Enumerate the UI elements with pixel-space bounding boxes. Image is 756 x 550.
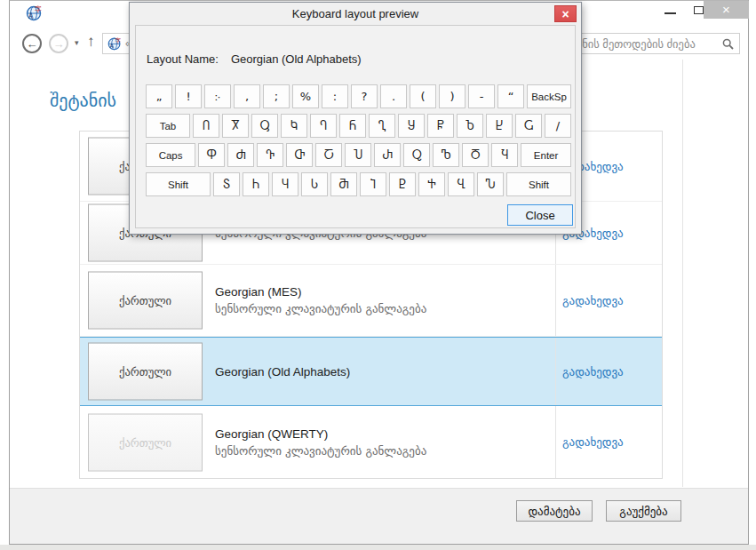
dialog-body: Layout Name:Georgian (Old Alphabets) „!჻… (135, 25, 576, 228)
close-button[interactable]: Close (507, 204, 573, 226)
keyboard-row-3: CapsႴႻႥႧႠႮႰႭႪႣႯEnter (146, 143, 571, 167)
layout-text: Georgian (Old Alphabets) (215, 338, 553, 405)
preview-link[interactable]: გადახედვა (556, 365, 624, 379)
svg-text:A: A (28, 12, 34, 20)
recent-pages-dropdown[interactable]: ▾ (75, 38, 79, 47)
key-Ⴈ: Ⴈ (360, 172, 386, 196)
key-BackSp: BackSp (527, 84, 571, 108)
layout-name-value: Georgian (Old Alphabets) (231, 52, 362, 66)
list-item[interactable]: ქართული Georgian (MES) სენსორული კლავიატ… (80, 265, 662, 337)
cancel-button[interactable]: გაუქმება (606, 500, 681, 522)
maximize-icon (694, 6, 704, 14)
key-Ⴄ: Ⴄ (310, 114, 337, 138)
key-Shift: Shift (506, 172, 571, 196)
keyboard-row-2: TabႶႿႳႩႤႬႢႸႼႦႾႺ/ (146, 114, 571, 138)
layout-subtitle: სენსორული კლავიატურის განლაგება (215, 442, 553, 459)
key-Ⴏ: Ⴏ (491, 143, 518, 167)
dialog-close-button[interactable]: × (554, 5, 577, 22)
preview-link[interactable]: გადახედვა (556, 435, 624, 449)
key-Ⴝ: Ⴝ (213, 172, 240, 196)
key-Shift: Shift (146, 172, 211, 196)
forward-button[interactable]: → (49, 34, 68, 53)
layout-text: Georgian (MES) სენსორული კლავიატურის გან… (215, 265, 553, 336)
key-“: “ (497, 84, 524, 108)
key-;: ; (263, 84, 290, 108)
screen: { "icons": { "minimize": "–", "close_mai… (0, 0, 756, 550)
window-close-button[interactable]: × (704, 1, 749, 19)
keyboard-thumbnail-disabled: ქართული (88, 413, 203, 471)
keyboard-thumbnail: ქართული (88, 272, 203, 330)
key-Ⴛ: Ⴛ (227, 143, 254, 167)
thumbnail-label: ქართული (119, 294, 171, 307)
key-:: : (322, 84, 348, 108)
key-Ⴋ: Ⴋ (330, 172, 357, 196)
keyboard-row-4: ShiftႽႹႷႱႫႨႲႵႡჀShift (146, 172, 571, 196)
key-Ⴆ: Ⴆ (457, 114, 483, 138)
preview-column: გადახედვა (555, 265, 662, 336)
content-divider (682, 60, 683, 487)
key-Ⴐ: Ⴐ (374, 143, 401, 167)
key-Ⴀ: Ⴀ (315, 143, 342, 167)
forward-icon: → (53, 37, 65, 51)
dialog-titlebar[interactable]: Keyboard layout preview (130, 3, 581, 25)
key-Ⴂ: Ⴂ (369, 114, 395, 138)
layout-name-row: Layout Name:Georgian (Old Alphabets) (147, 52, 362, 66)
key-Ⴌ: Ⴌ (339, 114, 366, 138)
key-Ⴊ: Ⴊ (433, 143, 459, 167)
up-button[interactable]: ↑ (87, 33, 95, 51)
keyboard-row-1: „!჻,;%:?.()-“BackSp (146, 84, 571, 108)
key-Ⴜ: Ⴜ (427, 114, 454, 138)
key-Ⴔ: Ⴔ (198, 143, 225, 167)
preview-column: გადახედვა (555, 338, 662, 405)
desktop-edge (0, 545, 756, 550)
close-icon: × (561, 7, 569, 21)
key-Ⴁ: Ⴁ (448, 172, 474, 196)
list-item-selected[interactable]: ქართული Georgian (Old Alphabets) გადახედ… (80, 337, 662, 406)
layout-name: Georgian (QWERTY) (215, 426, 553, 442)
preview-column: გადახედვა (555, 406, 662, 478)
search-input[interactable]: შეტანის მეთოდების ძიება (558, 37, 722, 51)
key-%: % (292, 84, 319, 108)
key-Ⴇ: Ⴇ (286, 143, 313, 167)
key-Ⴟ: Ⴟ (222, 114, 249, 138)
key-Ⴍ: Ⴍ (403, 143, 430, 167)
key-Ⴚ: Ⴚ (515, 114, 542, 138)
dialog-title: Keyboard layout preview (292, 7, 418, 20)
layout-name: Georgian (MES) (215, 283, 553, 300)
layout-subtitle: სენსორული კლავიატურის განლაგება (215, 300, 553, 317)
chevron-down-icon: ▾ (75, 38, 79, 47)
preview-link[interactable]: გადახედვა (556, 294, 624, 307)
language-app-icon: 字 A (26, 4, 43, 21)
list-item[interactable]: ქართული Georgian (QWERTY) სენსორული კლავ… (80, 406, 662, 478)
layout-name: Georgian (Old Alphabets) (215, 363, 553, 380)
close-icon: × (722, 2, 730, 18)
key-Ⴃ: Ⴃ (462, 143, 489, 167)
layout-text: Georgian (QWERTY) სენსორული კლავიატურის … (215, 406, 553, 478)
key-Ⴒ: Ⴒ (389, 172, 416, 196)
key-Ⴘ: Ⴘ (398, 114, 425, 138)
svg-text:字: 字 (115, 37, 121, 44)
page-title: შეტანის (50, 90, 116, 111)
key-Ⴞ: Ⴞ (486, 114, 513, 138)
footer-bar: დამატება გაუქმება (10, 488, 748, 544)
key-): ) (439, 84, 466, 108)
thumbnail-label: ქართული (119, 435, 171, 449)
back-button[interactable]: ← (22, 34, 42, 53)
add-button[interactable]: დამატება (516, 500, 593, 522)
layout-name-label: Layout Name: (147, 52, 219, 66)
key-,: , (234, 84, 260, 108)
key-Ⴗ: Ⴗ (272, 172, 298, 196)
key-Ⴑ: Ⴑ (301, 172, 328, 196)
key-Ⴙ: Ⴙ (243, 172, 269, 196)
key-Ⴎ: Ⴎ (345, 143, 371, 167)
search-icon (722, 38, 734, 50)
key-(: ( (410, 84, 436, 108)
svg-text:字: 字 (35, 5, 42, 13)
key-Ⴕ: Ⴕ (418, 172, 445, 196)
key-Ⴠ: Ⴠ (477, 172, 504, 196)
key-Caps: Caps (146, 143, 195, 167)
key-Tab: Tab (146, 114, 190, 138)
key--: - (468, 84, 495, 108)
minimize-button[interactable] (657, 1, 683, 19)
keyboard-layout-preview-dialog: Keyboard layout preview × Layout Name:Ge… (129, 2, 582, 235)
